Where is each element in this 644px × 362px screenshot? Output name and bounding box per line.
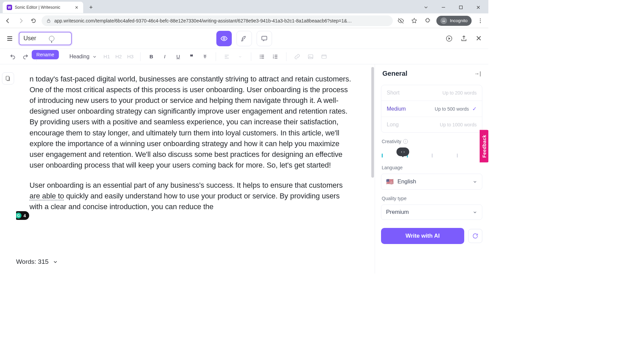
url-text: app.writesonic.com/template/6bc4afed-937… — [54, 18, 352, 23]
quality-value: Premium — [386, 209, 409, 216]
extensions-icon[interactable] — [423, 16, 432, 25]
star-icon[interactable] — [410, 16, 419, 25]
creativity-slider[interactable]: ‹ › — [382, 147, 482, 159]
chat-button[interactable] — [257, 31, 272, 46]
doc-title-wrap: Rename — [19, 32, 72, 45]
quote-button[interactable]: ❝ — [185, 51, 198, 63]
eye-off-icon[interactable] — [396, 16, 406, 25]
menu-button[interactable] — [5, 34, 14, 43]
close-tab-icon[interactable]: ✕ — [74, 5, 79, 10]
info-icon[interactable]: i — [403, 139, 408, 144]
number-list-button[interactable]: 123 — [269, 51, 281, 63]
editor-column: n today's fast-paced digital world, busi… — [0, 64, 375, 274]
h3-button[interactable]: H3 — [125, 54, 136, 59]
scrollbar-thumb[interactable] — [371, 67, 374, 178]
lock-icon — [46, 18, 51, 23]
word-count-label: Words: 315 — [16, 258, 49, 265]
underline-button[interactable]: U — [172, 51, 184, 63]
language-value: English — [397, 178, 416, 185]
redo-button[interactable] — [19, 51, 32, 63]
paragraph-2[interactable]: User onboarding is an essential part of … — [30, 180, 355, 212]
bullet-list-button[interactable] — [256, 51, 268, 63]
link-button[interactable] — [291, 51, 303, 63]
new-tab-button[interactable]: + — [87, 3, 96, 12]
document-body[interactable]: n today's fast-paced digital world, busi… — [30, 74, 355, 212]
collapse-sidebar-button[interactable]: →| — [474, 71, 481, 77]
incognito-label: Incognito — [450, 18, 468, 23]
reload-button[interactable] — [29, 16, 38, 25]
heading-dropdown[interactable]: Heading — [66, 52, 100, 62]
chevron-down-icon — [53, 259, 58, 264]
length-option-long[interactable]: Long Up to 1000 words — [381, 117, 482, 132]
url-field[interactable]: app.writesonic.com/template/6bc4afed-937… — [42, 15, 393, 26]
regenerate-button[interactable] — [468, 229, 482, 243]
tab-bar: W Sonic Editor | Writesonic ✕ + — [0, 0, 488, 13]
slider-thumb[interactable]: ‹ › — [396, 147, 409, 156]
grammarly-badge[interactable]: G 4 — [16, 211, 29, 220]
grammar-suggestion[interactable]: are able to — [30, 192, 64, 200]
svg-rect-18 — [322, 55, 326, 58]
rename-tooltip: Rename — [32, 50, 59, 59]
h1-button[interactable]: H1 — [102, 54, 112, 59]
write-with-ai-button[interactable]: Write with AI — [381, 228, 464, 244]
main-area: n today's fast-paced digital world, busi… — [0, 64, 488, 274]
incognito-indicator[interactable]: Incognito — [436, 16, 472, 26]
quality-select[interactable]: Premium — [381, 204, 482, 220]
image-button[interactable] — [305, 51, 317, 63]
browser-tab[interactable]: W Sonic Editor | Writesonic ✕ — [3, 2, 83, 13]
forward-button[interactable] — [16, 16, 25, 25]
svg-point-3 — [444, 21, 445, 22]
h2-button[interactable]: H2 — [113, 54, 124, 59]
grammarly-count: 4 — [23, 213, 26, 218]
close-window-icon[interactable] — [471, 2, 486, 13]
document-title-input[interactable] — [19, 32, 72, 45]
close-panel-button[interactable]: ✕ — [474, 34, 483, 43]
feedback-tab[interactable]: Feedback — [480, 130, 488, 163]
language-select[interactable]: 🇺🇸 English — [381, 174, 482, 190]
maximize-icon[interactable] — [453, 2, 468, 13]
left-rail — [0, 64, 16, 274]
svg-point-4 — [480, 18, 481, 19]
video-button[interactable] — [318, 51, 330, 63]
kebab-menu-icon[interactable] — [476, 16, 485, 25]
sidebar-title: General — [382, 70, 407, 77]
align-dropdown[interactable] — [234, 51, 246, 63]
flag-us-icon: 🇺🇸 — [386, 178, 393, 185]
svg-point-7 — [223, 38, 225, 40]
undo-button[interactable] — [7, 51, 19, 63]
quality-label: Quality type — [382, 196, 482, 201]
svg-rect-8 — [262, 36, 267, 40]
boost-button[interactable] — [236, 31, 252, 46]
back-button[interactable] — [3, 16, 13, 25]
templates-button[interactable] — [2, 72, 14, 84]
header-center-tools — [216, 31, 272, 46]
chevron-down-icon — [473, 179, 477, 184]
heading-label: Heading — [69, 54, 90, 60]
incognito-icon — [440, 17, 447, 24]
sidebar-header: General →| — [382, 70, 481, 77]
clear-format-button[interactable]: T — [199, 51, 211, 63]
share-icon[interactable] — [460, 34, 468, 43]
bold-button[interactable]: B — [145, 51, 157, 63]
length-option-medium[interactable]: Medium Up to 500 words ✓ — [381, 101, 482, 117]
italic-button[interactable]: I — [159, 51, 171, 63]
paragraph-1[interactable]: n today's fast-paced digital world, busi… — [30, 74, 355, 171]
align-button[interactable] — [221, 51, 233, 63]
chevron-down-icon — [473, 210, 477, 215]
svg-rect-0 — [460, 6, 463, 9]
sidebar: General →| Short Up to 200 words Medium … — [375, 64, 488, 274]
minimize-icon[interactable] — [436, 2, 451, 13]
app-header: Rename ✕ — [0, 28, 488, 49]
svg-point-2 — [443, 21, 444, 22]
svg-rect-16 — [308, 55, 313, 59]
svg-rect-1 — [47, 20, 50, 22]
length-option-short[interactable]: Short Up to 200 words — [381, 85, 482, 101]
preview-button[interactable] — [216, 31, 232, 46]
document-scroll[interactable]: n today's fast-paced digital world, busi… — [16, 64, 375, 274]
write-row: Write with AI — [381, 228, 482, 244]
language-label: Language — [382, 165, 482, 170]
header-right: ✕ — [445, 34, 483, 43]
chevron-down-icon[interactable] — [419, 2, 433, 13]
word-count[interactable]: Words: 315 — [11, 255, 63, 269]
play-circle-icon[interactable] — [445, 34, 453, 43]
